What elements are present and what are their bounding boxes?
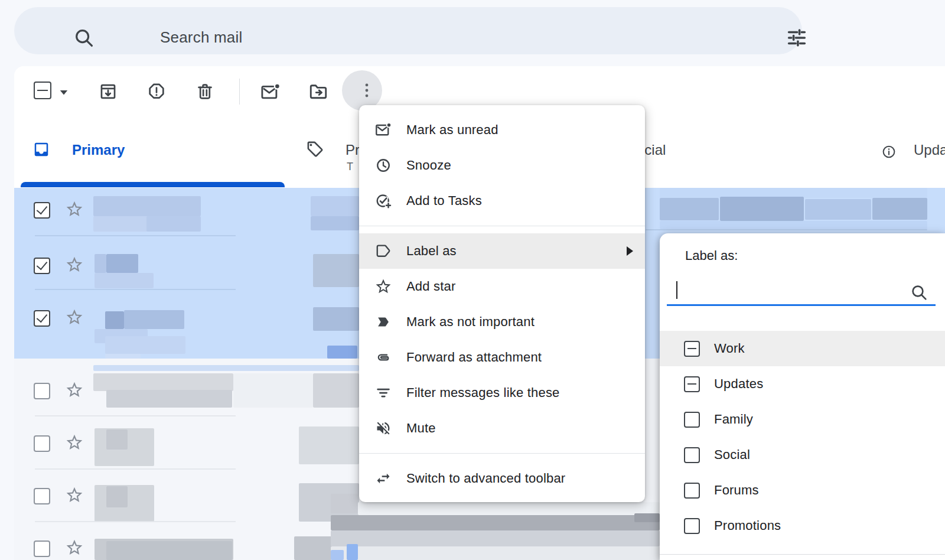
tab-updates-label[interactable]: Updates bbox=[914, 142, 945, 158]
menu-item-forward-attachment[interactable]: Forward as attachment bbox=[359, 340, 645, 375]
submenu-arrow-icon bbox=[627, 246, 633, 256]
tab-updates-info[interactable] bbox=[881, 144, 897, 159]
context-menu: Mark as unread Snooze Add to Tasks Label… bbox=[359, 105, 645, 502]
label-option-family[interactable]: Family bbox=[660, 402, 945, 437]
star-icon[interactable] bbox=[65, 486, 84, 504]
report-spam-button[interactable] bbox=[146, 82, 167, 102]
swap-arrows-icon bbox=[374, 470, 392, 487]
envelope-dot-icon bbox=[260, 82, 281, 103]
checkbox[interactable] bbox=[684, 376, 700, 392]
menu-divider bbox=[359, 226, 645, 226]
row-separator bbox=[35, 289, 236, 290]
star-icon[interactable] bbox=[65, 538, 84, 557]
input-underline bbox=[667, 304, 936, 306]
search-icon[interactable] bbox=[73, 27, 95, 49]
menu-item-switch-toolbar[interactable]: Switch to advanced toolbar bbox=[359, 461, 645, 496]
toolbar-divider bbox=[239, 79, 240, 105]
tune-filters-icon[interactable] bbox=[786, 27, 808, 49]
checkbox[interactable] bbox=[684, 483, 700, 499]
archive-button[interactable] bbox=[98, 82, 118, 102]
menu-divider bbox=[359, 453, 645, 454]
select-all-checkbox[interactable] bbox=[34, 82, 51, 99]
label-option-social[interactable]: Social bbox=[660, 437, 945, 473]
trash-icon bbox=[195, 82, 215, 102]
move-to-button[interactable] bbox=[308, 82, 329, 103]
star-icon[interactable] bbox=[65, 308, 84, 327]
archive-icon bbox=[98, 82, 118, 102]
search-bar[interactable]: Search mail bbox=[14, 7, 802, 54]
label-search-input[interactable] bbox=[667, 278, 936, 302]
redacted-text-block bbox=[311, 216, 359, 230]
octagon-exclamation-icon bbox=[146, 82, 167, 102]
label-option-updates[interactable]: Updates bbox=[660, 366, 945, 402]
gmail-screen: Search mail bbox=[0, 0, 945, 560]
menu-item-label: Add to Tasks bbox=[406, 193, 482, 209]
label-as-title: Label as: bbox=[685, 248, 738, 263]
redacted-text-block bbox=[105, 311, 124, 329]
more-button[interactable] bbox=[357, 80, 377, 100]
tag-icon bbox=[306, 140, 324, 158]
row-separator bbox=[35, 235, 236, 236]
label-search-field[interactable] bbox=[667, 278, 936, 302]
row-checkbox[interactable] bbox=[34, 435, 50, 452]
redacted-text-block bbox=[106, 429, 128, 450]
redacted-text-block bbox=[347, 544, 358, 560]
row-checkbox[interactable] bbox=[34, 541, 50, 557]
row-checkbox[interactable] bbox=[34, 202, 50, 219]
redacted-text-block bbox=[106, 486, 128, 507]
redacted-text-block bbox=[93, 196, 201, 216]
redacted-text-block bbox=[634, 513, 660, 522]
redacted-text-block bbox=[358, 502, 660, 515]
checkbox[interactable] bbox=[684, 518, 700, 534]
star-icon[interactable] bbox=[65, 200, 84, 219]
row-separator bbox=[35, 415, 236, 416]
redacted-text-block bbox=[93, 373, 233, 391]
redacted-text-block bbox=[313, 307, 359, 331]
row-checkbox[interactable] bbox=[34, 310, 50, 327]
label-icon bbox=[374, 242, 392, 260]
three-dots-vertical-icon bbox=[357, 80, 377, 100]
star-icon[interactable] bbox=[65, 433, 84, 452]
menu-item-add-star[interactable]: Add star bbox=[359, 269, 645, 304]
row-checkbox[interactable] bbox=[34, 383, 50, 399]
checkbox[interactable] bbox=[684, 412, 700, 428]
tab-primary[interactable] bbox=[32, 141, 50, 158]
label-option-promotions[interactable]: Promotions bbox=[660, 508, 945, 543]
envelope-dot-icon bbox=[374, 121, 392, 139]
redacted-text-block bbox=[105, 354, 141, 359]
row-separator bbox=[35, 468, 236, 470]
delete-button[interactable] bbox=[195, 82, 215, 102]
menu-item-snooze[interactable]: Snooze bbox=[359, 148, 645, 183]
tab-promotions[interactable] bbox=[306, 140, 324, 158]
redacted-text-block bbox=[313, 373, 359, 408]
star-icon[interactable] bbox=[65, 255, 84, 274]
menu-item-not-important[interactable]: Mark as not important bbox=[359, 304, 645, 340]
checkbox[interactable] bbox=[684, 341, 700, 357]
text-caret bbox=[676, 281, 677, 299]
menu-item-mark-as-unread[interactable]: Mark as unread bbox=[359, 112, 645, 148]
redacted-text-block bbox=[299, 426, 359, 464]
redacted-text-block bbox=[660, 221, 927, 229]
label-option-forums[interactable]: Forums bbox=[660, 473, 945, 508]
redacted-text-block bbox=[313, 254, 359, 287]
checkbox[interactable] bbox=[684, 447, 700, 463]
menu-item-label: Switch to advanced toolbar bbox=[406, 471, 565, 486]
menu-item-mute[interactable]: Mute bbox=[359, 411, 645, 446]
star-icon[interactable] bbox=[65, 380, 84, 399]
label-option-work[interactable]: Work bbox=[660, 331, 945, 366]
mark-unread-button[interactable] bbox=[260, 82, 281, 103]
menu-item-label-as[interactable]: Label as bbox=[359, 233, 645, 269]
row-checkbox[interactable] bbox=[34, 258, 50, 274]
redacted-text-block bbox=[94, 273, 154, 288]
select-dropdown-button[interactable] bbox=[58, 89, 69, 97]
tab-primary-label[interactable]: Primary bbox=[72, 142, 125, 158]
row-checkbox[interactable] bbox=[34, 488, 50, 504]
menu-item-filter-messages[interactable]: Filter messages like these bbox=[359, 375, 645, 411]
menu-item-label: Mark as not important bbox=[406, 314, 535, 330]
label-as-submenu: Label as: Work Updates Family So bbox=[660, 233, 945, 560]
menu-item-add-to-tasks[interactable]: Add to Tasks bbox=[359, 183, 645, 219]
inbox-icon bbox=[32, 141, 50, 158]
label-list: Work Updates Family Social Forums Promot… bbox=[660, 331, 945, 543]
folder-arrow-icon bbox=[308, 82, 329, 103]
redacted-text-block bbox=[720, 197, 804, 221]
